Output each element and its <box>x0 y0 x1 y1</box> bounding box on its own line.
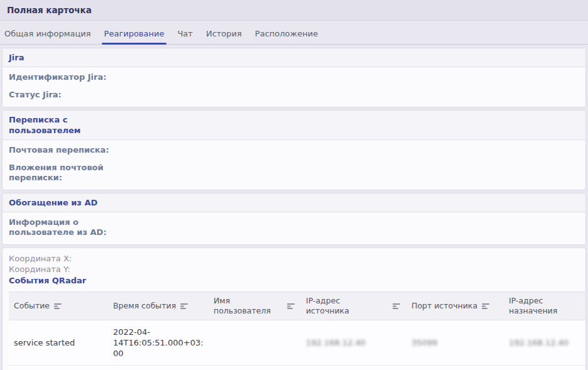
sort-filter-icon[interactable] <box>287 302 296 310</box>
column-header-event-time[interactable]: Время события <box>108 292 209 320</box>
table-header-row: Событие Время события <box>9 292 586 320</box>
column-label: Имя пользователя <box>214 296 283 316</box>
cell-event: service started <box>9 320 108 366</box>
column-header-source-ip[interactable]: IP-адрес источника <box>301 292 406 320</box>
title-bar: Полная карточка <box>0 0 588 21</box>
column-header-destination-ip[interactable]: IP-адрес назначения <box>504 292 586 320</box>
cell-event-time: 2022-04-14T16:05:56.000+03:00 <box>108 366 209 370</box>
tab-general-info[interactable]: Общая информация <box>1 23 95 44</box>
section-user-correspondence: Переписка с пользователем Почтовая переп… <box>2 110 586 190</box>
sort-filter-icon[interactable] <box>180 302 189 310</box>
field-label: Почтовая переписка: <box>9 145 121 155</box>
section-ad-body: Информация о пользователе из AD: <box>3 212 585 244</box>
column-header-username[interactable]: Имя пользователя <box>209 292 301 320</box>
column-label: Событие <box>14 301 50 311</box>
qradar-events-table: Событие Время события <box>9 291 586 370</box>
redacted-value: 192.168.12.40 <box>306 338 366 347</box>
cell-destination-ip: 192.168.12.40 <box>504 320 586 366</box>
redacted-value: 192.168.12.40 <box>509 338 569 347</box>
page-title: Полная карточка <box>7 5 92 15</box>
qradar-events-title: События QRadar <box>9 275 579 286</box>
field-coordinate-x: Координата X: <box>9 253 579 264</box>
cell-event: service started <box>9 366 108 370</box>
tab-response[interactable]: Реагирование <box>101 23 168 44</box>
column-label: Время события <box>113 301 176 311</box>
section-qradar: Координата X: Координата Y: События QRad… <box>2 248 586 370</box>
column-label: Порт источника <box>411 301 477 311</box>
redacted-value: 35099 <box>411 338 437 347</box>
field-label: Информация о пользователе из AD: <box>9 217 121 237</box>
cell-source-ip: 192.168.13.40 <box>301 366 406 370</box>
section-qradar-body: Координата X: Координата Y: События QRad… <box>3 248 585 370</box>
field-jira-status: Статус Jira: <box>9 90 579 100</box>
section-title-ad: Обогащение из AD <box>3 193 585 212</box>
section-correspondence-body: Почтовая переписка: Вложения почтовой пе… <box>3 140 585 190</box>
card-content: Jira Идентификатор Jira: Статус Jira: Пе… <box>0 45 588 370</box>
field-coordinate-y: Координата Y: <box>9 264 579 275</box>
section-title-correspondence: Переписка с пользователем <box>3 111 585 140</box>
tab-bar: Общая информация Реагирование Чат Истори… <box>0 21 588 45</box>
field-mail-correspondence: Почтовая переписка: <box>9 145 579 155</box>
column-header-event[interactable]: Событие <box>9 292 108 320</box>
section-jira: Jira Идентификатор Jira: Статус Jira: <box>2 48 586 107</box>
cell-source-port: 35099 <box>406 320 504 366</box>
sort-filter-icon[interactable] <box>54 302 63 310</box>
cell-event-time: 2022-04-14T16:05:51.000+03:00 <box>108 320 209 366</box>
column-label: IP-адрес назначения <box>509 296 572 316</box>
cell-username <box>209 366 301 370</box>
column-label: IP-адрес источника <box>306 296 366 316</box>
field-label: Статус Jira: <box>9 90 121 100</box>
cell-username <box>209 320 301 366</box>
field-label: Идентификатор Jira: <box>9 72 121 82</box>
column-header-source-port[interactable]: Порт источника <box>406 292 504 320</box>
section-jira-body: Идентификатор Jira: Статус Jira: <box>3 67 585 107</box>
section-title-text: Jira <box>9 52 24 63</box>
section-ad-enrichment: Обогащение из AD Информация о пользовате… <box>2 193 586 245</box>
sort-filter-icon[interactable] <box>482 302 491 310</box>
section-title-jira: Jira <box>3 48 585 67</box>
field-mail-attachments: Вложения почтовой переписки: <box>9 163 579 183</box>
table-row[interactable]: service started 2022-04-14T16:05:51.000+… <box>9 320 586 366</box>
cell-source-ip: 192.168.12.40 <box>301 320 406 366</box>
field-label: Вложения почтовой переписки: <box>9 163 121 183</box>
cell-destination-ip: 192.168.13.40 <box>504 366 586 370</box>
field-jira-id: Идентификатор Jira: <box>9 72 579 82</box>
qradar-events-table-wrap: Событие Время события <box>9 291 579 370</box>
cell-source-port: 38138 <box>406 366 504 370</box>
field-ad-user-info: Информация о пользователе из AD: <box>9 217 579 237</box>
table-row[interactable]: service started 2022-04-14T16:05:56.000+… <box>9 366 586 370</box>
section-title-text: Переписка с пользователем <box>9 114 134 136</box>
tab-location[interactable]: Расположение <box>251 23 322 44</box>
sort-filter-icon[interactable] <box>393 302 401 310</box>
tab-history[interactable]: История <box>202 23 246 44</box>
section-title-text: Обогащение из AD <box>9 197 97 208</box>
tab-chat[interactable]: Чат <box>173 23 196 44</box>
